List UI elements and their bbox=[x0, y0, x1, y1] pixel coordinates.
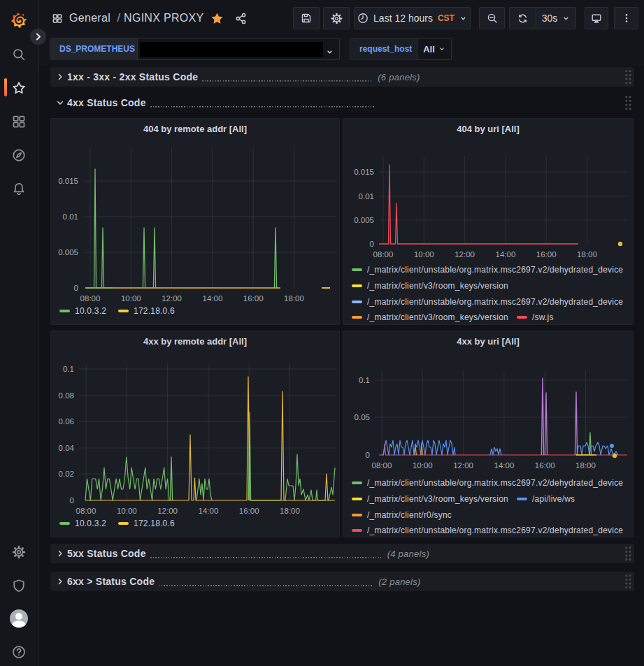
svg-text:10:00: 10:00 bbox=[413, 461, 433, 470]
svg-text:18:00: 18:00 bbox=[280, 507, 300, 515]
svg-text:14:00: 14:00 bbox=[203, 294, 223, 303]
svg-text:0.01: 0.01 bbox=[359, 192, 374, 201]
svg-text:/_matrix/client/v3/room_keys/v: /_matrix/client/v3/room_keys/version bbox=[367, 312, 508, 322]
svg-text:18:00: 18:00 bbox=[575, 461, 596, 470]
svg-text:0.04: 0.04 bbox=[59, 444, 75, 452]
svg-text:12:00: 12:00 bbox=[162, 294, 182, 303]
svg-text:12:00: 12:00 bbox=[453, 461, 473, 470]
svg-text:14:00: 14:00 bbox=[496, 250, 516, 259]
svg-text:/_matrix/client/unstable/org.m: /_matrix/client/unstable/org.matrix.msc2… bbox=[367, 478, 623, 488]
svg-text:10.0.3.2: 10.0.3.2 bbox=[75, 519, 106, 528]
svg-text:0: 0 bbox=[70, 496, 74, 505]
svg-text:16:00: 16:00 bbox=[243, 294, 264, 303]
svg-text:0.015: 0.015 bbox=[354, 168, 374, 176]
svg-text:0.1: 0.1 bbox=[63, 365, 74, 373]
svg-text:08:00: 08:00 bbox=[373, 250, 394, 259]
svg-text:0.06: 0.06 bbox=[59, 417, 74, 426]
svg-text:08:00: 08:00 bbox=[372, 461, 392, 470]
svg-text:0.1: 0.1 bbox=[359, 376, 370, 384]
svg-text:/_matrix/client/unstable/org.m: /_matrix/client/unstable/org.matrix.msc2… bbox=[367, 297, 623, 307]
svg-text:0: 0 bbox=[74, 284, 78, 292]
svg-text:16:00: 16:00 bbox=[536, 250, 557, 259]
svg-text:08:00: 08:00 bbox=[76, 507, 96, 515]
svg-text:08:00: 08:00 bbox=[80, 294, 101, 303]
svg-text:/_matrix/client/v3/room_keys/v: /_matrix/client/v3/room_keys/version bbox=[367, 281, 508, 291]
svg-text:16:00: 16:00 bbox=[535, 461, 555, 470]
svg-text:172.18.0.6: 172.18.0.6 bbox=[134, 306, 175, 316]
svg-text:14:00: 14:00 bbox=[494, 461, 515, 470]
svg-text:12:00: 12:00 bbox=[157, 507, 178, 515]
svg-text:0: 0 bbox=[370, 240, 374, 248]
svg-text:/sw.js: /sw.js bbox=[532, 312, 554, 322]
svg-text:0.02: 0.02 bbox=[59, 470, 74, 478]
svg-text:12:00: 12:00 bbox=[455, 250, 475, 259]
svg-text:/_matrix/client/unstable/org.m: /_matrix/client/unstable/org.matrix.msc2… bbox=[367, 265, 623, 275]
svg-text:0.005: 0.005 bbox=[58, 248, 78, 256]
svg-text:10.0.3.2: 10.0.3.2 bbox=[75, 306, 106, 316]
svg-text:0.01: 0.01 bbox=[63, 212, 78, 221]
svg-text:18:00: 18:00 bbox=[577, 250, 597, 259]
svg-text:16:00: 16:00 bbox=[239, 507, 259, 515]
svg-text:/_matrix/client/v3/room_keys/v: /_matrix/client/v3/room_keys/version bbox=[367, 494, 508, 504]
svg-text:/_matrix/client/r0/sync: /_matrix/client/r0/sync bbox=[367, 510, 452, 520]
svg-text:18:00: 18:00 bbox=[284, 294, 304, 303]
svg-text:10:00: 10:00 bbox=[414, 250, 434, 259]
svg-text:/api/live/ws: /api/live/ws bbox=[532, 494, 575, 504]
svg-text:10:00: 10:00 bbox=[121, 294, 141, 303]
svg-text:14:00: 14:00 bbox=[199, 507, 219, 515]
svg-text:0.005: 0.005 bbox=[354, 216, 374, 224]
svg-text:0.05: 0.05 bbox=[355, 413, 370, 421]
svg-text:/_matrix/client/unstable/org.m: /_matrix/client/unstable/org.matrix.msc2… bbox=[367, 526, 623, 535]
svg-text:0.015: 0.015 bbox=[58, 177, 78, 185]
svg-text:10:00: 10:00 bbox=[117, 507, 137, 515]
svg-text:172.18.0.6: 172.18.0.6 bbox=[134, 519, 175, 528]
svg-text:0.08: 0.08 bbox=[59, 391, 74, 400]
svg-text:0: 0 bbox=[366, 451, 370, 459]
